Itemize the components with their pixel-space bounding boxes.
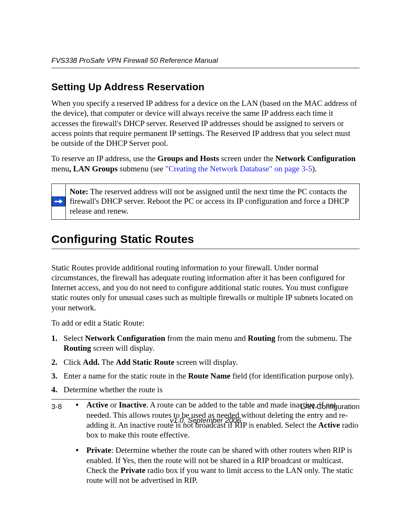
text-bold: Private bbox=[86, 446, 111, 455]
text: screen will display. bbox=[174, 358, 238, 367]
step-number: 1. bbox=[51, 333, 57, 343]
note-text: Note: The reserved address will not be a… bbox=[66, 184, 359, 219]
text: field (for identification purpose only). bbox=[231, 371, 354, 380]
body-paragraph: To add or edit a Static Route: bbox=[51, 318, 360, 328]
text: The bbox=[100, 358, 116, 367]
step-item: 1. Select Network Configuration from the… bbox=[51, 333, 360, 353]
chapter-name: LAN Configuration bbox=[301, 403, 360, 411]
note-box: Note: The reserved address will not be a… bbox=[51, 184, 360, 220]
text-bold: Routing bbox=[248, 334, 275, 343]
page-number: 3-8 bbox=[51, 403, 62, 411]
doc-version: v1.0, September 2006 bbox=[51, 416, 360, 425]
text: ). bbox=[312, 164, 317, 173]
heading-configuring-static-routes: Configuring Static Routes bbox=[51, 233, 360, 246]
text-bold: Network Configuration bbox=[85, 334, 166, 343]
text-bold: , LAN Groups bbox=[69, 164, 118, 173]
text: To reserve an IP address, use the bbox=[51, 154, 158, 163]
text: Determine whether the route is bbox=[64, 385, 162, 394]
text: Enter a name for the static route in the bbox=[64, 371, 188, 380]
text-bold: Add Static Route bbox=[116, 358, 174, 367]
step-item: 3. Enter a name for the static route in … bbox=[51, 371, 360, 381]
running-head: FVS338 ProSafe VPN Firewall 50 Reference… bbox=[51, 56, 360, 65]
text: screen will display. bbox=[91, 343, 155, 353]
step-number: 4. bbox=[51, 385, 57, 395]
text-bold: Routing bbox=[64, 343, 91, 353]
footer-rule bbox=[51, 399, 360, 399]
step-item: 2. Click Add. The Add Static Route scree… bbox=[51, 357, 360, 367]
body-paragraph: When you specify a reserved IP address f… bbox=[51, 98, 360, 148]
text: from the main menu and bbox=[165, 334, 248, 343]
text: submenu (see bbox=[118, 164, 165, 173]
page-footer: 3-8 LAN Configuration v1.0, September 20… bbox=[51, 399, 360, 425]
text-bold: Route Name bbox=[188, 371, 230, 380]
bullet-item: Private: Determine whether the route can… bbox=[76, 445, 360, 485]
heading-setting-up-address-reservation: Setting Up Address Reservation bbox=[51, 81, 360, 93]
svg-marker-1 bbox=[59, 199, 63, 204]
heading-rule bbox=[51, 249, 360, 249]
note-label: Note: bbox=[70, 187, 88, 196]
text: screen under the bbox=[219, 154, 276, 163]
text-bold: Add. bbox=[83, 358, 100, 367]
text: menu bbox=[51, 164, 69, 173]
text-bold: Private bbox=[121, 466, 145, 475]
text: Select bbox=[64, 334, 85, 343]
document-page: FVS338 ProSafe VPN Firewall 50 Reference… bbox=[0, 0, 411, 532]
text-bold: Groups and Hosts bbox=[158, 154, 219, 163]
text: Click bbox=[64, 358, 83, 367]
body-paragraph: Static Routes provide additional routing… bbox=[51, 263, 360, 313]
step-number: 3. bbox=[51, 371, 57, 381]
cross-reference-link[interactable]: "Creating the Network Database" on page … bbox=[165, 164, 312, 173]
arrow-right-icon bbox=[52, 197, 65, 206]
text: from the submenu. The bbox=[275, 334, 352, 343]
header-rule bbox=[51, 68, 360, 68]
step-number: 2. bbox=[51, 357, 57, 367]
note-body: The reserved address will not be assigne… bbox=[70, 187, 349, 216]
note-icon-cell bbox=[52, 184, 66, 219]
text-bold: Network Configuration bbox=[276, 154, 356, 163]
body-paragraph: To reserve an IP address, use the Groups… bbox=[51, 153, 360, 174]
